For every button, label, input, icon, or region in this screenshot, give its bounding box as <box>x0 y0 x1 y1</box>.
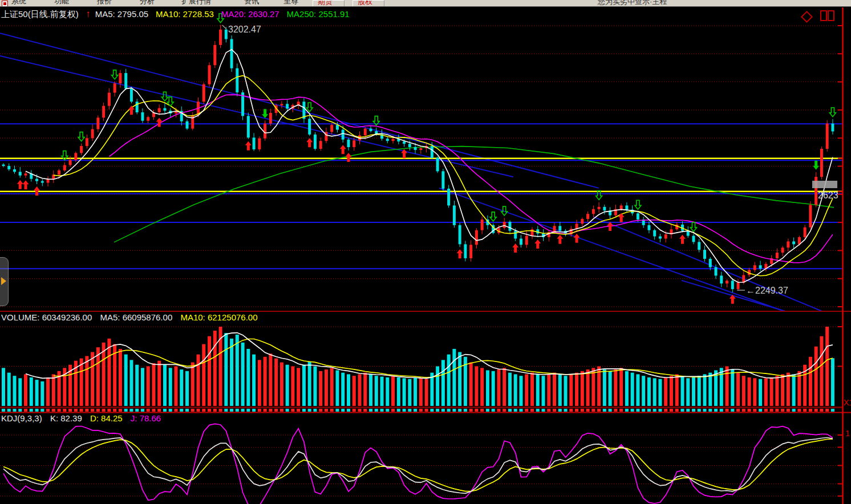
ma-label: MA250: 2551.91 <box>287 9 350 19</box>
menu-item[interactable]: 功能 <box>54 0 69 6</box>
kdj-d-value: D: 84.25 <box>90 413 123 423</box>
menu-item[interactable]: 报价 <box>97 0 112 6</box>
app-icon[interactable] <box>2 1 8 7</box>
menu-item[interactable]: 扩展行情 <box>181 0 211 6</box>
menu-item[interactable]: 分析 <box>140 0 155 6</box>
volume-ma10-value: MA10: 62125076.00 <box>180 312 257 322</box>
ma-values-row: MA5: 2795.05MA10: 2728.53MA20: 2630.27MA… <box>95 9 357 19</box>
volume-scale-label[interactable]: X1 <box>844 398 851 407</box>
chart-title-bar: 上证50(日线.前复权) ↑ MA5: 2795.05MA10: 2728.53… <box>1 9 357 20</box>
menu-item-highlight[interactable]: 股权 <box>352 0 384 7</box>
pane-window-controls <box>803 10 835 23</box>
split-window-icon[interactable] <box>820 10 835 23</box>
application-window: 您为实劣中查示·主程 系统功能报价分析扩展行情资讯至尊期货股权 上证50(日线.… <box>0 0 851 504</box>
menu-item[interactable]: 至尊 <box>283 0 298 6</box>
kdj-k-value: K: 82.39 <box>50 413 82 423</box>
high-price-annotation: 3202.47 <box>228 25 261 35</box>
expand-arrow-icon <box>1 277 6 285</box>
symbol-title: 上证50(日线.前复权) <box>1 9 79 19</box>
current-price-tag: 2623 <box>818 190 838 201</box>
volume-header: VOLUME: 60349236.00 MA5: 66095876.00 MA1… <box>1 312 264 322</box>
panel-toggle-handle[interactable] <box>0 257 9 306</box>
kdj-scale-label: 1 <box>845 429 850 438</box>
ma-label: MA5: 2795.05 <box>95 9 148 19</box>
low-price-annotation: ←2249.37 <box>746 286 788 296</box>
menu-item[interactable]: 系统 <box>11 0 26 6</box>
menu-item-highlight[interactable]: 期货 <box>313 0 345 7</box>
diamond-icon[interactable] <box>800 11 812 23</box>
volume-ma5-value: MA5: 66095876.00 <box>100 312 172 322</box>
kdj-j-value: J: 78.66 <box>131 413 161 423</box>
up-arrow-icon: ↑ <box>86 9 91 19</box>
kdj-name: KDJ(9,3,3) <box>1 413 42 423</box>
volume-value: VOLUME: 60349236.00 <box>1 312 92 322</box>
kdj-header: KDJ(9,3,3) K: 82.39 D: 84.25 J: 78.66 <box>1 413 167 423</box>
chart-svg[interactable] <box>0 0 851 504</box>
menu-bar: 您为实劣中查示·主程 系统功能报价分析扩展行情资讯至尊期货股权 <box>0 0 851 7</box>
ma-label: MA10: 2728.53 <box>156 9 214 19</box>
menu-right-text: 您为实劣中查示·主程 <box>598 0 667 7</box>
ma-label: MA20: 2630.27 <box>221 9 279 19</box>
menu-item[interactable]: 资讯 <box>244 0 259 6</box>
chart-canvas[interactable] <box>0 0 851 504</box>
